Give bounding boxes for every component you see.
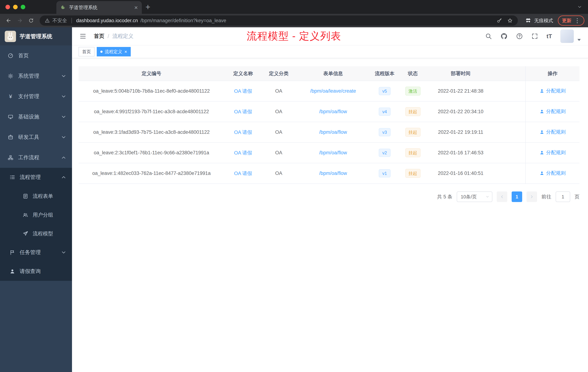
sidebar-item-payment[interactable]: ¥ 支付管理 [0, 86, 72, 107]
table-row: oa_leave:2:3c1f0ef1-76b1-11ec-9c66-a2380… [79, 142, 579, 163]
sidebar-item-leave-query[interactable]: 请假查询 [0, 262, 72, 281]
chevron-down-icon [485, 195, 489, 199]
cell-filler [494, 142, 525, 163]
cell-definition-id: oa_leave:2:3c1f0ef1-76b1-11ec-9c66-a2380… [79, 142, 224, 163]
form-info-link[interactable]: /bpm/oa/flow [319, 150, 347, 155]
column-header-process-version: 流程版本 [370, 66, 399, 81]
window-close-button[interactable] [5, 5, 10, 9]
form-info-link[interactable]: /bpm/oa/flow [319, 129, 347, 135]
omnibox-divider [72, 18, 72, 23]
window-controls [5, 5, 25, 9]
update-label: 更新 [562, 17, 571, 24]
app-title: 芋道管理系统 [20, 33, 52, 40]
bookmark-star-icon[interactable] [507, 18, 513, 23]
forward-button[interactable] [15, 16, 25, 25]
assign-rule-link[interactable]: 分配规则 [539, 129, 566, 135]
goto-unit: 页 [575, 194, 579, 200]
help-icon[interactable] [516, 33, 523, 40]
active-tag-dot [100, 51, 103, 53]
chevron-down-icon [61, 94, 67, 99]
reload-button[interactable] [26, 16, 36, 25]
definition-name-link[interactable]: OA 请假 [234, 88, 252, 94]
tag-label: 首页 [82, 49, 91, 55]
flag-icon [10, 250, 15, 255]
page-size-select[interactable]: 10条/页 [457, 191, 492, 202]
breadcrumb-home[interactable]: 首页 [94, 33, 104, 40]
tab-title: 芋道管理系统 [69, 4, 131, 11]
definition-name-link[interactable]: OA 请假 [234, 171, 252, 176]
incognito-label: 无痕模式 [534, 17, 553, 24]
assign-rule-link[interactable]: 分配规则 [539, 88, 566, 94]
sidebar: 芋道管理系统 首页 系统管理 ¥ 支付管理 基础设施 研发工具 工作 [0, 27, 72, 372]
fullscreen-icon[interactable] [531, 33, 538, 40]
status-badge: 激活 [405, 87, 420, 96]
sidebar-item-infrastructure[interactable]: 基础设施 [0, 107, 72, 127]
not-secure-warning-icon [45, 18, 50, 23]
column-header-definition-category: 定义分类 [262, 66, 296, 81]
tab-close-icon[interactable]: × [134, 4, 138, 11]
chevron-left-icon [500, 194, 504, 199]
browser-update-button[interactable]: 更新 ⋮ [558, 15, 584, 26]
form-info-link[interactable]: /bpm/oa/leave/create [310, 88, 356, 94]
assign-rule-label: 分配规则 [546, 149, 566, 156]
sidebar-item-devtools[interactable]: 研发工具 [0, 127, 72, 147]
assign-rule-link[interactable]: 分配规则 [539, 170, 566, 176]
back-button[interactable] [4, 16, 13, 25]
github-icon[interactable] [500, 33, 508, 40]
status-badge: 挂起 [405, 107, 420, 116]
password-key-icon[interactable] [497, 18, 502, 23]
sidebar-toggle-hamburger-icon[interactable] [79, 33, 86, 40]
sidebar-item-home[interactable]: 首页 [0, 45, 72, 66]
sidebar-item-process-model[interactable]: 流程模型 [0, 224, 72, 243]
table-row: oa_leave:1:482ec033-762a-11ec-8477-a2380… [79, 163, 579, 184]
browser-menu-icon[interactable]: ⋮ [574, 17, 580, 24]
workflow-icon [8, 155, 13, 161]
assign-rule-link[interactable]: 分配规则 [539, 149, 566, 156]
sidebar-item-process-form[interactable]: 流程表单 [0, 187, 72, 206]
sidebar-item-task-management[interactable]: 任务管理 [0, 243, 72, 262]
version-badge: v5 [379, 87, 390, 95]
browser-tab[interactable]: 芋道管理系统 × [56, 1, 142, 14]
font-size-icon[interactable]: tT [546, 33, 552, 40]
cell-deploy-time: 2022-01-22 19:19:11 [427, 122, 494, 142]
assign-rule-label: 分配规则 [546, 129, 566, 135]
user-icon [539, 109, 544, 114]
definition-name-link[interactable]: OA 请假 [234, 130, 252, 135]
window-maximize-button[interactable] [21, 5, 25, 9]
form-info-link[interactable]: /bpm/oa/flow [319, 109, 347, 114]
new-tab-button[interactable]: + [146, 3, 150, 11]
avatar-caret-down-icon[interactable] [578, 39, 581, 41]
window-minimize-button[interactable] [13, 5, 18, 9]
assign-rule-link[interactable]: 分配规则 [539, 108, 566, 115]
chevron-down-icon [61, 73, 67, 79]
tag-close-icon[interactable]: × [124, 49, 127, 54]
chevron-up-icon [61, 155, 67, 161]
form-info-link[interactable]: /bpm/oa/flow [319, 171, 347, 176]
cell-deploy-time: 2022-01-22 21:48:38 [427, 81, 494, 101]
chevron-down-icon [61, 134, 67, 140]
sidebar-item-user-group[interactable]: 用户分组 [0, 206, 72, 224]
definition-name-link[interactable]: OA 请假 [234, 150, 252, 156]
pagination: 共 5 条 10条/页 1 前往 页 [79, 191, 579, 202]
table-header-row: 定义编号 定义名称 定义分类 表单信息 流程版本 状态 部署时间 操作 [79, 66, 579, 81]
sidebar-item-label: 首页 [18, 52, 67, 59]
user-avatar[interactable] [560, 30, 574, 43]
goto-page-input[interactable] [556, 191, 570, 202]
definition-name-link[interactable]: OA 请假 [234, 109, 252, 114]
sidebar-item-system[interactable]: 系统管理 [0, 66, 72, 86]
cell-definition-id: oa_leave:1:482ec033-762a-11ec-8477-a2380… [79, 163, 224, 184]
tag-label: 流程定义 [105, 49, 122, 55]
incognito-icon [525, 17, 532, 24]
next-page-button[interactable] [526, 191, 537, 202]
tab-list-chevron-icon[interactable] [577, 4, 582, 10]
sidebar-item-process-management[interactable]: 流程管理 [0, 168, 72, 187]
search-icon[interactable] [485, 33, 492, 40]
sidebar-item-label: 请假查询 [20, 268, 67, 275]
cell-filler [494, 163, 525, 184]
prev-page-button[interactable] [497, 191, 507, 202]
sidebar-item-workflow[interactable]: 工作流程 [0, 147, 72, 168]
tag-process-definition[interactable]: 流程定义 × [97, 47, 131, 56]
page-number-button[interactable]: 1 [512, 191, 522, 202]
tag-home[interactable]: 首页 [79, 47, 94, 56]
address-bar[interactable]: 不安全 dashboard.yudao.iocoder.cn /bpm/mana… [40, 15, 518, 26]
